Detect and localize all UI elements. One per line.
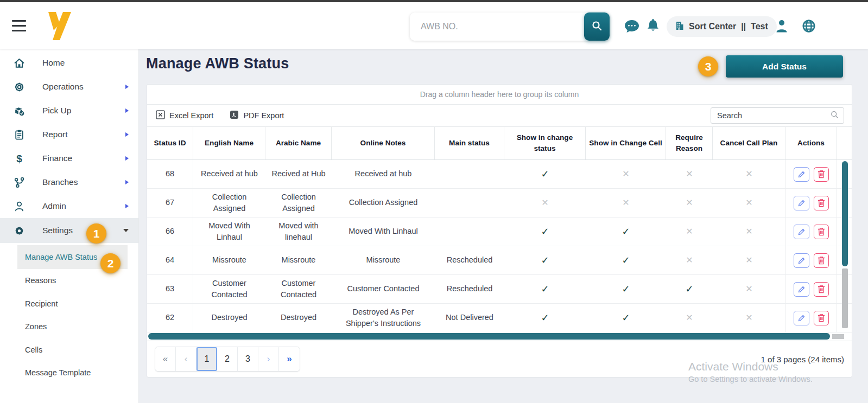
cell-status-id: 68 [147, 160, 193, 188]
column-header-require-reason[interactable]: Require Reason [666, 127, 713, 159]
vertical-scrollbar-thumb[interactable] [842, 161, 848, 266]
pdf-export-icon [230, 110, 239, 121]
prev-page-button[interactable]: ‹ [176, 347, 197, 371]
column-header-actions[interactable]: Actions [785, 127, 837, 159]
cell-text: Recived at Hub [271, 168, 325, 180]
cell-status-id: 62 [147, 304, 193, 332]
user-profile-icon[interactable] [775, 19, 788, 35]
horizontal-scrollbar-track[interactable] [832, 334, 844, 339]
column-header-main-status[interactable]: Main status [435, 127, 504, 159]
cell-text: Missroute [212, 254, 246, 266]
station-selector[interactable]: Sort Center || Test [667, 16, 777, 37]
cell-text: Customer Contacted [347, 283, 420, 295]
delete-button[interactable] [814, 225, 829, 239]
check-icon: ✓ [685, 282, 693, 296]
group-panel[interactable]: Drag a column header here to group its c… [147, 85, 852, 105]
edit-button[interactable] [794, 282, 809, 297]
cell-show-in-change-cell: ✓ [586, 304, 666, 332]
group-panel-hint: Drag a column header here to group its c… [420, 90, 579, 99]
sidebar-item-operations[interactable]: Operations [0, 75, 138, 99]
brand-logo[interactable] [45, 11, 73, 41]
sidebar-nav: HomeOperationsPick UpReport$FinanceBranc… [0, 49, 138, 243]
cell-english-name: Moved With Linhaul [193, 218, 265, 246]
awb-search-button[interactable] [584, 12, 610, 41]
sidebar-item-finance[interactable]: $Finance [0, 146, 138, 170]
delete-button[interactable] [814, 167, 829, 182]
check-icon: ✓ [622, 225, 630, 239]
page-button-3[interactable]: 3 [238, 347, 258, 371]
cell-cancel-call-plan: ✕ [713, 246, 785, 274]
submenu-item-zones[interactable]: Zones [17, 315, 128, 338]
cell-text: Destroyed [211, 312, 247, 323]
cross-icon: ✕ [686, 196, 693, 209]
sidebar-item-report[interactable]: Report [0, 123, 138, 146]
cell-online-notes: Destroyed As Per Shipper's Instructions [332, 304, 435, 332]
delete-button[interactable] [814, 282, 829, 297]
check-icon: ✓ [622, 253, 630, 267]
cell-arabic-name: Collection Assigned [265, 189, 332, 217]
sidebar-item-pick-up[interactable]: Pick Up [0, 99, 138, 123]
cell-text: Customer Contacted [271, 278, 326, 300]
cell-show-in-change-cell: ✓ [586, 246, 666, 274]
table-row: 62DestroyedDestroyedDestroyed As Per Shi… [147, 304, 852, 332]
sidebar-item-home[interactable]: Home [0, 51, 138, 75]
cell-text: Moved with linehaul [271, 220, 326, 243]
notifications-bell-icon[interactable] [647, 18, 660, 36]
submenu-item-label: Message Template [25, 368, 91, 377]
column-header-show-in-change-cell[interactable]: Show in Change Cell [586, 127, 666, 159]
column-header-english-name[interactable]: English Name [193, 127, 265, 159]
cell-main-status [435, 189, 504, 217]
chevron-right-icon [125, 132, 129, 137]
awb-search-input[interactable] [410, 12, 584, 41]
page-button-2[interactable]: 2 [217, 347, 238, 371]
delete-button[interactable] [814, 196, 829, 210]
column-header-status-id[interactable]: Status ID [147, 127, 193, 159]
submenu-item-recipient[interactable]: Recipient [17, 292, 128, 316]
cell-text: Received at hub [201, 168, 258, 180]
delete-button[interactable] [814, 311, 829, 325]
chevron-right-icon [125, 108, 129, 113]
column-header-show-in-change-status[interactable]: Show in change status [504, 127, 586, 159]
add-status-button[interactable]: Add Status [726, 55, 843, 78]
table-search-input[interactable] [716, 111, 831, 120]
chat-icon[interactable] [624, 19, 640, 36]
edit-button[interactable] [794, 311, 809, 325]
cell-english-name: Destroyed [193, 304, 265, 332]
delete-button[interactable] [814, 253, 829, 268]
cell-arabic-name: Missroute [265, 246, 332, 274]
last-page-button[interactable]: » [279, 347, 300, 371]
submenu-item-label: Recipient [25, 299, 58, 308]
first-page-button[interactable]: « [155, 347, 176, 371]
column-header-online-notes[interactable]: Online Notes [332, 127, 435, 159]
edit-button[interactable] [794, 196, 809, 210]
excel-export-button[interactable]: Excel Export [156, 110, 213, 121]
cross-icon: ✕ [745, 225, 752, 238]
horizontal-scrollbar-thumb[interactable] [148, 333, 830, 340]
next-page-button[interactable]: › [258, 347, 279, 371]
pdf-export-button[interactable]: PDF Export [230, 110, 284, 121]
cross-icon: ✕ [686, 168, 693, 180]
chevron-down-icon [123, 229, 129, 232]
sidebar-item-admin[interactable]: Admin [0, 194, 138, 218]
column-header-cancel-call-plan[interactable]: Cancel Call Plan [713, 127, 785, 159]
operations-icon [13, 81, 25, 93]
cell-online-notes: Received at hub [332, 160, 435, 188]
edit-button[interactable] [794, 253, 809, 268]
hamburger-menu-icon[interactable] [12, 20, 26, 31]
cell-status-id: 63 [147, 275, 193, 303]
submenu-item-label: Zones [25, 322, 47, 331]
column-header-arabic-name[interactable]: Arabic Name [265, 127, 332, 159]
edit-button[interactable] [794, 225, 809, 239]
sidebar-item-settings[interactable]: Settings [0, 218, 138, 243]
sidebar-item-branches[interactable]: Branches [0, 170, 138, 194]
cell-arabic-name: Destroyed [265, 304, 332, 332]
check-icon: ✓ [541, 253, 549, 267]
vertical-scrollbar-track[interactable] [842, 268, 848, 328]
globe-language-icon[interactable] [802, 19, 816, 35]
submenu-item-message-template[interactable]: Message Template [17, 361, 128, 385]
cell-text: Missroute [282, 254, 316, 266]
cell-arabic-name: Moved with linehaul [265, 218, 332, 246]
page-button-1[interactable]: 1 [197, 347, 217, 371]
edit-button[interactable] [794, 167, 809, 182]
submenu-item-cells[interactable]: Cells [17, 338, 128, 362]
